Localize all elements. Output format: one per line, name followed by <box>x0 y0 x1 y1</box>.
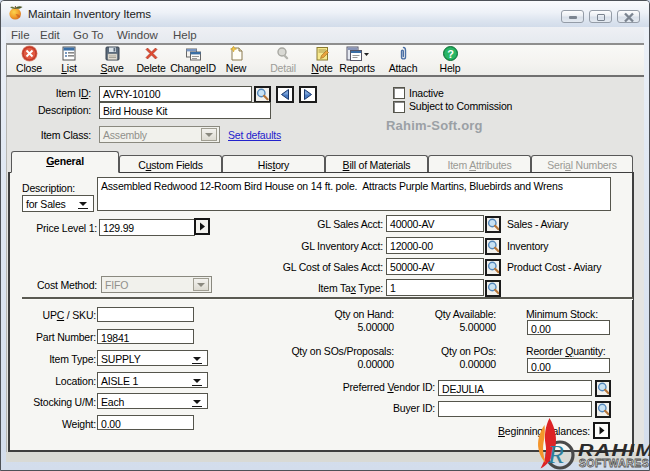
svg-text:?: ? <box>447 48 454 60</box>
svg-text:SOFTWARES: SOFTWARES <box>579 457 649 469</box>
svg-text:R: R <box>547 440 564 469</box>
